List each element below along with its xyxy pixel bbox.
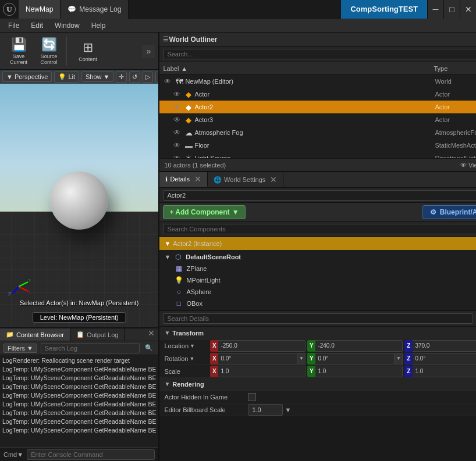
source-control-button[interactable]: 🔄 Source Control <box>34 35 64 67</box>
output-log-tab-icon: 📋 <box>76 331 84 338</box>
view-options-button[interactable]: 👁 View Options ▼ <box>460 162 476 169</box>
row-type-actor3: Actor <box>435 116 476 123</box>
content-browser-tab[interactable]: 📁 Content Browser <box>0 328 70 341</box>
svg-text:Z: Z <box>8 291 11 296</box>
maximize-button[interactable]: □ <box>443 0 460 19</box>
minimize-button[interactable]: ─ <box>427 0 443 19</box>
rotation-y-arrow[interactable]: ▼ <box>395 353 403 364</box>
rotation-y-input[interactable] <box>315 353 395 364</box>
console-input[interactable] <box>27 449 155 460</box>
world-settings-tab-icon: 🌐 <box>214 176 222 184</box>
rotation-y-label: Y <box>307 353 315 364</box>
world-settings-tab[interactable]: 🌐 World Settings ✕ <box>208 172 283 187</box>
details-tab[interactable]: ℹ Details ✕ <box>159 172 208 187</box>
row-vis-actor2[interactable]: 👁 <box>171 103 183 111</box>
search-details-input[interactable] <box>163 313 473 324</box>
menu-edit[interactable]: Edit <box>25 20 49 31</box>
outliner-row-fog[interactable]: 👁 ☁ Atmospheric Fog AtmosphericFog <box>159 126 476 139</box>
row-vis-newmap[interactable]: 👁 <box>162 77 173 85</box>
scale-x-input[interactable] <box>218 366 306 377</box>
rendering-expand-icon[interactable]: ▼ <box>164 381 170 387</box>
outliner-row-actor3[interactable]: 👁 ◆ Actor3 Actor <box>159 113 476 126</box>
comp-icon-zplane: ▦ <box>173 265 184 273</box>
comp-row-defaultsceneroot[interactable]: ▼ ⬡ DefaultSceneRoot <box>159 251 476 263</box>
outliner-count: 10 actors (1 selected) <box>164 162 460 169</box>
bottom-panel-close[interactable]: ✕ <box>148 328 155 341</box>
scale-z-input[interactable] <box>413 366 476 377</box>
details-tab-close[interactable]: ✕ <box>194 174 201 184</box>
row-vis-actor[interactable]: 👁 <box>171 90 183 98</box>
row-vis-light[interactable]: 👁 <box>171 154 183 158</box>
comp-row-obox[interactable]: □ OBox <box>159 298 476 309</box>
menu-file[interactable]: File <box>2 20 25 31</box>
log-line-7: LogTemp: UMySceneComponent GetReadableNa… <box>2 417 156 426</box>
rotate-button[interactable]: ↺ <box>129 72 140 83</box>
row-icon-actor3: ◆ <box>183 116 194 124</box>
menu-help[interactable]: Help <box>86 20 112 31</box>
scale-y-input[interactable] <box>315 366 403 377</box>
rotation-x-input[interactable] <box>218 353 297 364</box>
location-x-field: X <box>210 340 306 352</box>
outliner-row-floor[interactable]: 👁 ▬ Floor StaticMeshActor <box>159 139 476 152</box>
outliner-row-light[interactable]: 👁 ☀ Light Source DirectionalLight <box>159 152 476 158</box>
log-search-button[interactable]: 🔍 <box>143 342 155 354</box>
content-button[interactable]: ⊞ Content <box>69 35 106 67</box>
scale-label: Scale <box>164 368 208 375</box>
filters-button[interactable]: Filters ▼ <box>3 344 37 353</box>
outliner-icon: ☰ <box>163 35 169 43</box>
comp-row-asphere[interactable]: ○ ASphere <box>159 286 476 298</box>
rotation-z-input[interactable] <box>413 353 476 364</box>
translate-button[interactable]: ✛ <box>116 72 127 83</box>
close-button[interactable]: ✕ <box>460 0 476 19</box>
toolbar-expand-button[interactable]: » <box>142 45 155 58</box>
log-search-input[interactable] <box>41 343 140 353</box>
hidden-in-game-label: Actor Hidden In Game <box>164 394 246 401</box>
world-outliner: ☰ World Outliner ✕ 🔍 📌 Label ▲ Type ▼ <box>159 33 476 172</box>
component-search-row: 🔍 <box>159 221 476 237</box>
lit-button[interactable]: 💡 Lit <box>54 72 79 83</box>
outliner-search-input[interactable] <box>163 49 476 59</box>
row-vis-fog[interactable]: 👁 <box>171 128 183 137</box>
show-button[interactable]: Show ▼ <box>81 72 113 82</box>
tab-messagelog[interactable]: 💬 Message Log <box>61 0 129 19</box>
billboard-arrow-icon[interactable]: ▼ <box>285 406 291 413</box>
blueprint-button[interactable]: ⚙ Blueprint/Add Script <box>422 205 476 219</box>
row-vis-actor3[interactable]: 👁 <box>171 116 183 124</box>
output-log-tab[interactable]: 📋 Output Log <box>70 328 125 341</box>
outliner-row-actor2[interactable]: 👁 ◆ Actor2 Actor <box>159 101 476 113</box>
hidden-in-game-checkbox[interactable] <box>248 393 256 401</box>
add-component-button[interactable]: + Add Component ▼ <box>163 205 245 219</box>
tab-newmap[interactable]: NewMap <box>19 0 61 19</box>
location-y-input[interactable] <box>315 340 403 352</box>
component-search-input[interactable] <box>163 224 476 234</box>
outliner-row-actor[interactable]: 👁 ◆ Actor Actor <box>159 88 476 101</box>
save-label: Save Current <box>3 53 34 65</box>
viewport[interactable]: ▼ Perspective 💡 Lit Show ▼ ✛ ↺ ▷ 📷 Selec… <box>0 70 158 327</box>
view-options-label: View Options <box>468 162 476 169</box>
scale-x-label: X <box>210 366 218 377</box>
outliner-row-newmap[interactable]: 👁 🗺 NewMap (Editor) World <box>159 75 476 88</box>
world-settings-tab-close[interactable]: ✕ <box>270 175 277 184</box>
location-x-input[interactable] <box>218 340 306 352</box>
perspective-arrow-icon: ▼ <box>6 73 13 80</box>
add-component-arrow-icon: ▼ <box>232 208 239 216</box>
menu-window[interactable]: Window <box>49 20 86 31</box>
comp-row-mpointlight[interactable]: 💡 MPointLight <box>159 274 476 286</box>
cmd-label[interactable]: Cmd▼ <box>3 451 23 458</box>
add-component-row: + Add Component ▼ ⚙ Blueprint/Add Script <box>159 203 476 221</box>
content-label: Content <box>79 56 97 62</box>
svg-text:Y: Y <box>29 278 30 283</box>
perspective-button[interactable]: ▼ Perspective <box>2 72 52 82</box>
save-current-button[interactable]: 💾 Save Current <box>3 35 34 67</box>
transform-expand-icon[interactable]: ▼ <box>164 330 170 336</box>
comp-row-zplane[interactable]: ▦ ZPlane <box>159 263 476 274</box>
realtime-button[interactable]: ▷ <box>143 72 153 83</box>
camera-button[interactable]: 📷 <box>155 72 158 83</box>
rotation-x-arrow[interactable]: ▼ <box>297 353 306 364</box>
transform-section: ▼ Transform Location ▼ X <box>159 327 476 378</box>
location-z-input[interactable] <box>413 340 476 352</box>
row-vis-floor[interactable]: 👁 <box>171 141 183 149</box>
svg-line-3 <box>19 282 28 287</box>
actor-name-input[interactable] <box>163 190 476 201</box>
billboard-scale-input[interactable] <box>248 404 283 416</box>
